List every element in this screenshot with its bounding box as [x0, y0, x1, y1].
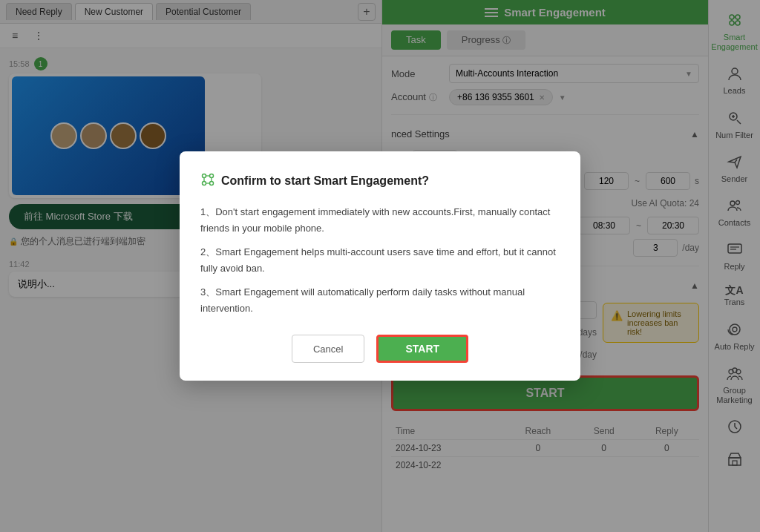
- cancel-button[interactable]: Cancel: [292, 335, 364, 363]
- modal-overlay: Confirm to start Smart Engagement? 1、Don…: [0, 0, 760, 532]
- confirmation-modal: Confirm to start Smart Engagement? 1、Don…: [180, 151, 580, 381]
- modal-buttons: Cancel START: [200, 335, 560, 363]
- start-button[interactable]: START: [376, 335, 468, 363]
- modal-title: Confirm to start Smart Engagement?: [200, 172, 560, 191]
- svg-point-32: [203, 181, 206, 185]
- svg-point-31: [210, 174, 214, 177]
- modal-point-2: 2、Smart Engagement helps multi-account u…: [200, 244, 560, 277]
- modal-body: 1、Don't start engagement immediately wit…: [200, 204, 560, 318]
- modal-point-1: 1、Don't start engagement immediately wit…: [200, 204, 560, 237]
- svg-point-33: [210, 181, 214, 185]
- modal-icon: [200, 172, 215, 191]
- svg-point-30: [203, 174, 206, 177]
- modal-point-3: 3、Smart Engagement will automatically pe…: [200, 284, 560, 317]
